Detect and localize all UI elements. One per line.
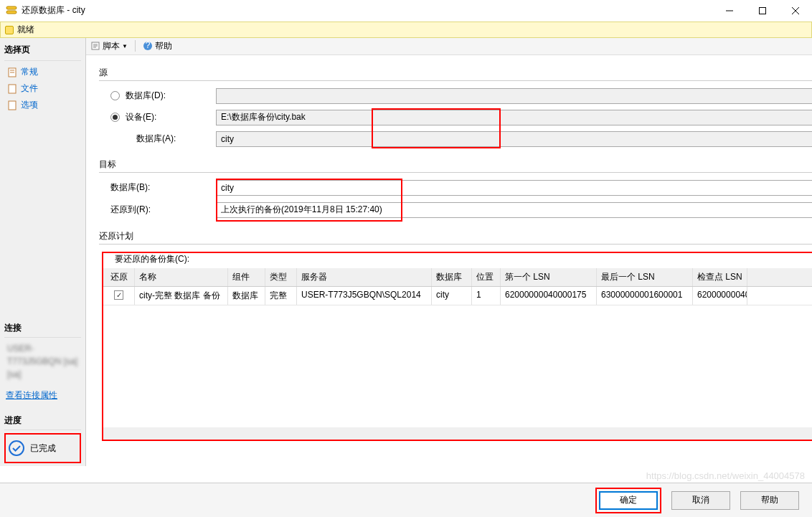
cell-last-lsn: 63000000001600001 xyxy=(597,287,693,305)
page-icon xyxy=(7,67,17,77)
device-path-field[interactable]: E:\数据库备份\city.bak xyxy=(216,110,812,125)
svg-rect-9 xyxy=(9,85,16,93)
col-component[interactable]: 组件 xyxy=(228,268,265,286)
restore-to-field: 上次执行的备份(2019年11月8日 15:27:40) xyxy=(216,202,812,218)
help-icon: ? xyxy=(143,41,153,51)
svg-text:?: ? xyxy=(146,41,151,50)
col-type[interactable]: 类型 xyxy=(265,268,297,286)
sidebar-item-general[interactable]: 常规 xyxy=(4,64,81,80)
main-panel: 脚本 ▼ ? 帮助 源 数据库(D): ⌵ 设备(E): xyxy=(86,38,812,466)
cell-name: city-完整 数据库 备份 xyxy=(135,287,228,305)
progress-header: 进度 xyxy=(4,412,81,430)
grid-body[interactable] xyxy=(103,305,812,427)
page-icon xyxy=(7,100,17,110)
progress-status: 已完成 xyxy=(4,433,81,463)
svg-point-11 xyxy=(9,441,24,455)
cell-database: city xyxy=(432,287,472,305)
help-button[interactable]: 帮助 xyxy=(740,491,799,510)
window-controls xyxy=(713,0,812,22)
cell-first-lsn: 62000000040000175 xyxy=(501,287,597,305)
svg-rect-3 xyxy=(760,7,766,14)
page-icon xyxy=(7,84,17,94)
chevron-down-icon: ▼ xyxy=(122,43,128,49)
toolbar-separator xyxy=(135,40,136,52)
connection-info: USER-T773J5GBQN [sa] [sa] xyxy=(4,338,81,385)
dialog-footer: 确定 取消 帮助 xyxy=(0,483,812,517)
app-icon xyxy=(6,5,17,16)
col-checkpoint-lsn[interactable]: 检查点 LSN xyxy=(693,268,747,286)
target-database-combo[interactable]: city⌵ xyxy=(216,180,812,196)
ok-button[interactable]: 确定 xyxy=(599,491,658,510)
grid-horizontal-scrollbar[interactable] xyxy=(103,427,812,440)
target-database-row: 数据库(B): city⌵ xyxy=(99,180,812,196)
help-button[interactable]: ? 帮助 xyxy=(143,40,172,52)
window-title: 还原数据库 - city xyxy=(22,4,713,16)
target-database-label: 数据库(B): xyxy=(110,181,216,194)
sidebar-item-label: 选项 xyxy=(21,99,38,111)
restore-to-label: 还原到(R): xyxy=(110,204,216,216)
col-server[interactable]: 服务器 xyxy=(297,268,432,286)
restore-checkbox[interactable] xyxy=(114,290,123,300)
cell-server: USER-T773J5GBQN\SQL2014 xyxy=(297,287,432,305)
source-database-label: 数据库(D): xyxy=(126,90,216,102)
sidebar-item-options[interactable]: 选项 xyxy=(4,97,81,113)
sidebar-item-label: 常规 xyxy=(21,66,38,78)
source-device-radio[interactable] xyxy=(110,113,120,122)
target-group-title: 目标 xyxy=(99,154,812,173)
source-database-row: 数据库(D): ⌵ xyxy=(99,88,812,104)
col-first-lsn[interactable]: 第一个 LSN xyxy=(501,268,597,286)
col-name[interactable]: 名称 xyxy=(135,268,228,286)
progress-text: 已完成 xyxy=(30,442,56,455)
svg-rect-0 xyxy=(6,6,16,9)
col-restore[interactable]: 还原 xyxy=(103,268,135,286)
backup-sets-area: 要还原的备份集(C): 还原 名称 组件 类型 服务器 数据库 位置 第一个 L… xyxy=(102,252,812,441)
watermark: https://blog.csdn.net/weixin_44004578 xyxy=(646,470,805,481)
table-row[interactable]: city-完整 数据库 备份 数据库 完整 USER-T773J5GBQN\SQ… xyxy=(103,287,812,305)
status-icon xyxy=(5,26,14,34)
svg-rect-1 xyxy=(6,11,16,14)
col-database[interactable]: 数据库 xyxy=(432,268,472,286)
ok-highlight: 确定 xyxy=(595,488,661,513)
cell-type: 完整 xyxy=(265,287,297,305)
source-db-label: 数据库(A): xyxy=(136,133,216,145)
success-check-icon xyxy=(9,440,24,456)
source-database-combo: ⌵ xyxy=(216,88,812,104)
script-icon xyxy=(90,41,100,51)
cell-checkpoint-lsn: 62000000040 xyxy=(693,287,747,305)
toolbar: 脚本 ▼ ? 帮助 xyxy=(86,38,812,55)
col-last-lsn[interactable]: 最后一个 LSN xyxy=(597,268,693,286)
source-database-radio[interactable] xyxy=(110,91,120,100)
svg-rect-10 xyxy=(9,101,16,110)
grid-header: 还原 名称 组件 类型 服务器 数据库 位置 第一个 LSN 最后一个 LSN … xyxy=(103,268,812,287)
sidebar-item-label: 文件 xyxy=(21,82,38,95)
status-strip: 就绪 xyxy=(0,22,812,38)
cancel-button[interactable]: 取消 xyxy=(671,491,730,510)
cell-position: 1 xyxy=(472,287,501,305)
script-button[interactable]: 脚本 ▼ xyxy=(90,40,128,52)
maximize-button[interactable] xyxy=(746,0,779,22)
sidebar-item-files[interactable]: 文件 xyxy=(4,80,81,97)
close-button[interactable] xyxy=(779,0,812,22)
view-connection-properties-link[interactable]: 查看连接属性 xyxy=(4,385,81,406)
source-group-title: 源 xyxy=(99,62,812,81)
select-page-header: 选择页 xyxy=(4,41,81,61)
restore-to-row: 还原到(R): 上次执行的备份(2019年11月8日 15:27:40) 时间线… xyxy=(99,201,812,219)
col-position[interactable]: 位置 xyxy=(472,268,501,286)
source-device-label: 设备(E): xyxy=(126,111,216,123)
status-text: 就绪 xyxy=(17,24,34,36)
source-db-row: 数据库(A): city⌵ xyxy=(99,131,812,147)
source-db-combo[interactable]: city⌵ xyxy=(216,131,812,147)
title-bar: 还原数据库 - city xyxy=(0,0,812,22)
plan-group-title: 还原计划 xyxy=(99,226,812,245)
backup-sets-label: 要还原的备份集(C): xyxy=(103,253,812,265)
sidebar: 选择页 常规 文件 选项 连接 USER-T773J5GBQN [sa] [sa… xyxy=(0,38,86,466)
source-device-row: 设备(E): E:\数据库备份\city.bak ... xyxy=(99,110,812,125)
minimize-button[interactable] xyxy=(713,0,746,22)
connection-header: 连接 xyxy=(4,319,81,338)
cell-component: 数据库 xyxy=(228,287,265,305)
